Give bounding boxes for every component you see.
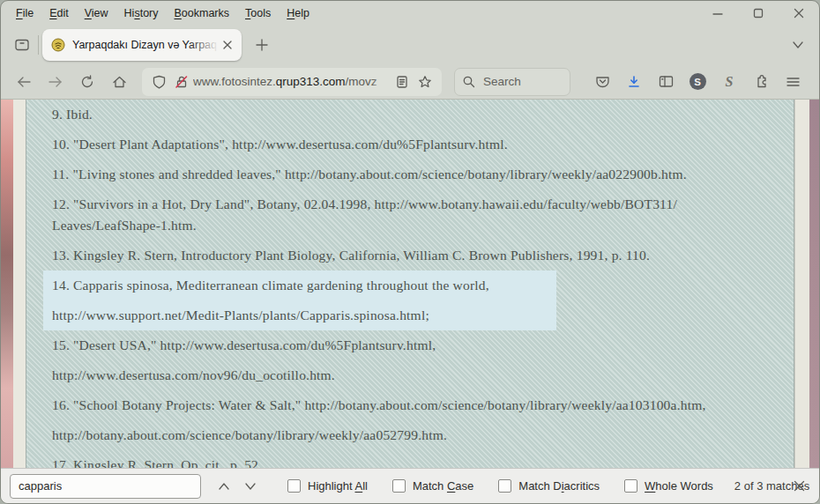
puzzle-piece-icon	[754, 74, 769, 89]
search-box[interactable]	[454, 68, 570, 96]
hamburger-menu-icon	[786, 77, 800, 87]
references-panel: 9. Ibid. 10. "Desert Plant Adaptations",…	[26, 100, 794, 470]
forward-button[interactable]	[41, 68, 70, 96]
close-window-button[interactable]	[779, 1, 819, 26]
page-border-right	[795, 100, 809, 470]
active-tab[interactable]: Yarpaqdakı Dizayn və Yarpaq Nə	[42, 29, 242, 61]
new-tab-button[interactable]	[249, 32, 275, 58]
reference-line-clipped: 17. Kingsley R. Stern, Op. cit., p. 52	[26, 450, 794, 470]
list-all-tabs-button[interactable]	[786, 33, 810, 57]
whole-words-label: Whole Words	[645, 479, 713, 493]
menu-help[interactable]: Help	[279, 4, 317, 23]
s-circle-extension-icon: S	[690, 73, 706, 90]
close-icon	[223, 41, 232, 49]
sidebars-button[interactable]	[652, 68, 680, 96]
firefox-view-icon	[14, 37, 30, 53]
menu-bookmarks[interactable]: Bookmarks	[167, 4, 238, 23]
references-list: 9. Ibid. 10. "Desert Plant Adaptations",…	[26, 100, 794, 470]
downloads-button[interactable]	[620, 68, 648, 96]
page-content: 9. Ibid. 10. "Desert Plant Adaptations",…	[1, 100, 819, 470]
menu-edit[interactable]: Edit	[41, 4, 77, 23]
reference-line: 12. "Survivors in a Hot, Dry Land", Bota…	[26, 189, 794, 219]
s-italic-extension-icon: S	[726, 74, 734, 90]
match-case-label: Match Case	[413, 479, 473, 493]
home-button[interactable]	[105, 68, 133, 96]
home-icon	[112, 75, 127, 89]
firefox-view-button[interactable]	[8, 31, 36, 59]
reference-line: 11. "Living stones and shredded leaves,"…	[26, 159, 794, 189]
url-bar[interactable]: www.fotosintez.qrup313.com/movz	[142, 68, 442, 96]
chevron-up-icon	[218, 482, 230, 491]
url-fade	[371, 75, 391, 88]
minimize-button[interactable]	[697, 1, 738, 26]
tab-favicon	[51, 38, 65, 52]
menu-tools[interactable]: Tools	[237, 4, 279, 23]
extension-s-badge-button[interactable]: S	[683, 68, 712, 96]
match-diacritics-checkbox[interactable]	[498, 479, 511, 493]
back-button[interactable]	[10, 68, 38, 96]
search-input[interactable]	[481, 74, 561, 89]
reload-button[interactable]	[73, 68, 101, 96]
find-close-button[interactable]	[786, 473, 812, 500]
navigation-toolbar: www.fotosintez.qrup313.com/movz	[1, 64, 819, 100]
reference-line: http://botany.about.com/science/botany/l…	[26, 420, 794, 450]
url-domain: qrup313.com	[276, 75, 346, 88]
tab-close-button[interactable]	[219, 36, 236, 54]
extensions-button[interactable]	[747, 68, 775, 96]
chevron-down-icon	[244, 482, 257, 491]
reference-line: 13. Kingsley R. Stern, Introductory Plan…	[26, 241, 794, 271]
close-icon	[794, 8, 804, 19]
back-icon	[16, 75, 32, 89]
highlight-all-label: Highlight All	[308, 479, 368, 493]
extension-s-italic-button[interactable]: S	[715, 68, 743, 96]
search-icon	[462, 75, 475, 88]
browser-window: File Edit View History Bookmarks Tools H…	[0, 0, 820, 504]
insecure-connection-button[interactable]	[170, 70, 193, 93]
reference-line: http://www.desertusa.com/nov96/du_ocotil…	[26, 360, 794, 390]
tab-separator	[38, 35, 39, 55]
app-menu-button[interactable]	[779, 68, 807, 96]
match-diacritics-option[interactable]: Match Diacritics	[498, 479, 600, 493]
star-icon	[418, 75, 432, 89]
download-icon	[627, 75, 641, 89]
find-bar: Highlight All Match Case Match Diacritic…	[1, 468, 819, 503]
shield-icon	[153, 75, 166, 89]
pocket-button[interactable]	[588, 68, 616, 96]
reader-mode-button[interactable]	[391, 70, 414, 93]
match-case-checkbox[interactable]	[392, 479, 406, 493]
plus-icon	[256, 39, 268, 51]
minimize-icon	[712, 8, 723, 19]
find-input[interactable]	[10, 474, 201, 499]
bookmark-page-button[interactable]	[414, 70, 436, 93]
page-background-right	[809, 100, 819, 470]
pocket-icon	[595, 75, 610, 89]
tracking-protection-button[interactable]	[147, 70, 170, 93]
highlight-all-option[interactable]: Highlight All	[287, 479, 368, 493]
url-text: www.fotosintez.qrup313.com/movz	[193, 75, 391, 88]
menu-view[interactable]: View	[77, 4, 116, 23]
whole-words-checkbox[interactable]	[624, 479, 637, 493]
menu-file[interactable]: File	[8, 4, 41, 23]
insecure-lock-icon	[175, 75, 189, 89]
menu-history[interactable]: History	[116, 4, 167, 23]
url-prefix: www.fotosintez.	[193, 75, 276, 88]
toolbar-icons: S S	[585, 68, 807, 96]
find-next-button[interactable]	[238, 474, 263, 499]
reference-line-highlighted: 14. Capparis spinosa, Mediterranean clim…	[43, 271, 556, 300]
reference-line: 16. "School Botany Projects: Water & Sal…	[26, 390, 794, 420]
find-previous-button[interactable]	[212, 474, 236, 499]
reference-line: 15. "Desert USA," http://www.desertusa.c…	[26, 330, 794, 360]
maximize-icon	[753, 8, 764, 19]
window-controls	[697, 1, 819, 26]
reference-line-highlighted: http://www.support.net/Medit-Plants/plan…	[43, 300, 556, 330]
forward-icon	[48, 75, 63, 89]
maximize-button[interactable]	[738, 1, 779, 26]
reader-mode-icon	[396, 75, 408, 89]
chevron-down-icon	[792, 41, 804, 49]
tab-strip: Yarpaqdakı Dizayn və Yarpaq Nə	[1, 26, 819, 64]
match-case-option[interactable]: Match Case	[392, 479, 473, 493]
highlight-all-checkbox[interactable]	[287, 479, 301, 493]
tab-title-fade	[189, 39, 219, 51]
whole-words-option[interactable]: Whole Words	[624, 479, 713, 493]
menu-bar: File Edit View History Bookmarks Tools H…	[1, 1, 819, 26]
